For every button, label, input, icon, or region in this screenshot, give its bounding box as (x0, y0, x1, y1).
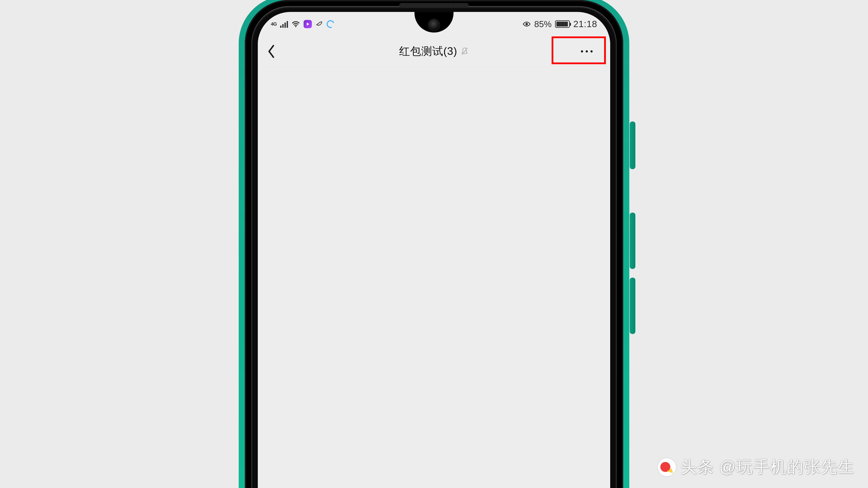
earpiece-grille (399, 3, 469, 8)
mute-icon (460, 47, 469, 56)
status-right-cluster: 85% 21:18 (523, 19, 597, 29)
dot-icon (590, 50, 593, 53)
status-activity-icon (315, 20, 323, 28)
dot-icon (586, 50, 588, 53)
network-4g-text: 4G (271, 21, 277, 27)
dot-icon (581, 50, 583, 53)
status-loading-icon (325, 19, 336, 29)
watermark: 头条 @玩手机的张先生 (658, 456, 855, 478)
toutiao-logo-icon (658, 458, 676, 476)
volume-up-button (630, 213, 636, 269)
wifi-icon (291, 20, 300, 28)
svg-point-2 (526, 23, 528, 25)
status-left-cluster: 4G (271, 20, 334, 28)
battery-icon (555, 21, 570, 28)
chevron-left-icon (267, 44, 276, 59)
svg-point-0 (295, 26, 297, 27)
volume-down-button (630, 278, 636, 334)
svg-marker-1 (307, 23, 309, 26)
battery-fill (556, 22, 568, 27)
watermark-handle: @玩手机的张先生 (719, 456, 855, 478)
chat-nav-bar: 红包测试(3) (258, 36, 610, 67)
front-camera-icon (428, 19, 440, 31)
power-button (630, 122, 636, 169)
chat-body-empty[interactable] (258, 67, 610, 488)
watermark-label: 头条 (681, 456, 715, 478)
status-app-tile-icon (304, 20, 312, 28)
phone-screen: 4G (258, 12, 610, 488)
clock-text: 21:18 (573, 19, 597, 29)
network-type-label: 4G (271, 21, 277, 27)
chat-title: 红包测试(3) (399, 44, 457, 59)
chat-title-wrap: 红包测试(3) (399, 44, 469, 59)
back-button[interactable] (262, 42, 280, 61)
phone-mockup: 4G (239, 0, 629, 488)
eye-protection-icon (523, 20, 531, 28)
battery-percent-text: 85% (534, 19, 552, 29)
signal-strength-icon (280, 21, 288, 28)
more-options-button[interactable] (569, 43, 604, 60)
